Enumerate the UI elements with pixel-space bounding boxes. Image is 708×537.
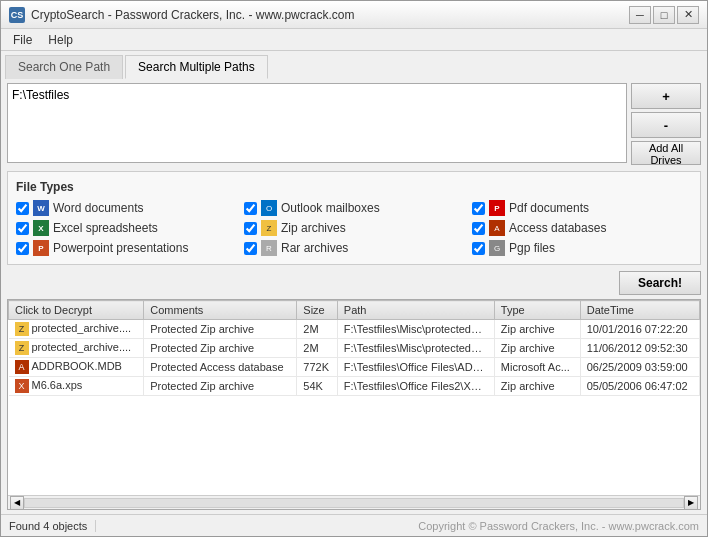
file-type-zip[interactable]: Z Zip archives (244, 220, 464, 236)
add-all-drives-button[interactable]: Add All Drives (631, 141, 701, 165)
scroll-right-button[interactable]: ▶ (684, 496, 698, 510)
file-type-ppt[interactable]: P Powerpoint presentations (16, 240, 236, 256)
cell-path: F:\Testfiles\Office Files\ADDR... (337, 358, 494, 377)
tab-search-multiple-paths[interactable]: Search Multiple Paths (125, 55, 268, 79)
pgp-label: Pgp files (509, 241, 555, 255)
word-label: Word documents (53, 201, 144, 215)
app-window: CS CryptoSearch - Password Crackers, Inc… (0, 0, 708, 537)
tab-search-one-path[interactable]: Search One Path (5, 55, 123, 79)
checkbox-pdf[interactable] (472, 202, 485, 215)
pdf-icon: P (489, 200, 505, 216)
table-scroll[interactable]: Click to Decrypt Comments Size Path Type… (8, 300, 700, 495)
cell-comments: Protected Zip archive (144, 339, 297, 358)
status-right: Copyright © Password Crackers, Inc. - ww… (96, 520, 707, 532)
file-type-outlook[interactable]: O Outlook mailboxes (244, 200, 464, 216)
checkbox-rar[interactable] (244, 242, 257, 255)
excel-label: Excel spreadsheets (53, 221, 158, 235)
file-types-section: File Types W Word documents O Outlook ma… (7, 171, 701, 265)
outlook-label: Outlook mailboxes (281, 201, 380, 215)
cell-comments: Protected Zip archive (144, 377, 297, 396)
cell-datetime: 10/01/2016 07:22:20 (580, 320, 699, 339)
search-button[interactable]: Search! (619, 271, 701, 295)
cell-type: Zip archive (494, 377, 580, 396)
cell-path: F:\Testfiles\Misc\protected_arc... (337, 320, 494, 339)
app-icon: CS (9, 7, 25, 23)
cell-path: F:\Testfiles\Misc\protected_arc... (337, 339, 494, 358)
cell-name: XM6.6a.xps (9, 377, 144, 396)
table-row[interactable]: XM6.6a.xpsProtected Zip archive54KF:\Tes… (9, 377, 700, 396)
file-type-rar[interactable]: R Rar archives (244, 240, 464, 256)
row-file-icon: Z (15, 322, 29, 336)
col-header-comments[interactable]: Comments (144, 301, 297, 320)
maximize-button[interactable]: □ (653, 6, 675, 24)
results-table-container: Click to Decrypt Comments Size Path Type… (7, 299, 701, 510)
cell-size: 772K (297, 358, 338, 377)
cell-size: 54K (297, 377, 338, 396)
window-title: CryptoSearch - Password Crackers, Inc. -… (31, 8, 629, 22)
pdf-label: Pdf documents (509, 201, 589, 215)
add-path-button[interactable]: + (631, 83, 701, 109)
access-icon: A (489, 220, 505, 236)
cell-datetime: 05/05/2006 06:47:02 (580, 377, 699, 396)
cell-size: 2M (297, 339, 338, 358)
search-btn-row: Search! (7, 271, 701, 295)
checkbox-ppt[interactable] (16, 242, 29, 255)
checkbox-zip[interactable] (244, 222, 257, 235)
cell-type: Zip archive (494, 320, 580, 339)
table-row[interactable]: AADDRBOOK.MDBProtected Access database77… (9, 358, 700, 377)
close-button[interactable]: ✕ (677, 6, 699, 24)
outlook-icon: O (261, 200, 277, 216)
access-label: Access databases (509, 221, 606, 235)
menu-file[interactable]: File (5, 31, 40, 49)
row-file-icon: A (15, 360, 29, 374)
window-controls: ─ □ ✕ (629, 6, 699, 24)
checkbox-excel[interactable] (16, 222, 29, 235)
file-types-grid: W Word documents O Outlook mailboxes P P… (16, 200, 692, 256)
file-type-access[interactable]: A Access databases (472, 220, 692, 236)
minimize-button[interactable]: ─ (629, 6, 651, 24)
file-type-word[interactable]: W Word documents (16, 200, 236, 216)
file-types-title: File Types (16, 180, 692, 194)
title-bar: CS CryptoSearch - Password Crackers, Inc… (1, 1, 707, 29)
cell-type: Zip archive (494, 339, 580, 358)
col-header-path[interactable]: Path (337, 301, 494, 320)
checkbox-pgp[interactable] (472, 242, 485, 255)
ppt-icon: P (33, 240, 49, 256)
zip-label: Zip archives (281, 221, 346, 235)
rar-label: Rar archives (281, 241, 348, 255)
main-content: + - Add All Drives File Types W Word doc… (1, 79, 707, 514)
cell-size: 2M (297, 320, 338, 339)
remove-path-button[interactable]: - (631, 112, 701, 138)
checkbox-outlook[interactable] (244, 202, 257, 215)
file-type-pgp[interactable]: G Pgp files (472, 240, 692, 256)
table-row[interactable]: Zprotected_archive....Protected Zip arch… (9, 339, 700, 358)
cell-name: Zprotected_archive.... (9, 339, 144, 358)
ppt-label: Powerpoint presentations (53, 241, 188, 255)
cell-type: Microsoft Ac... (494, 358, 580, 377)
menu-help[interactable]: Help (40, 31, 81, 49)
file-type-pdf[interactable]: P Pdf documents (472, 200, 692, 216)
checkbox-word[interactable] (16, 202, 29, 215)
path-textarea[interactable] (7, 83, 627, 163)
cell-name: AADDRBOOK.MDB (9, 358, 144, 377)
results-table: Click to Decrypt Comments Size Path Type… (8, 300, 700, 396)
file-type-excel[interactable]: X Excel spreadsheets (16, 220, 236, 236)
col-header-type[interactable]: Type (494, 301, 580, 320)
col-header-datetime[interactable]: DateTime (580, 301, 699, 320)
scroll-left-button[interactable]: ◀ (10, 496, 24, 510)
status-left: Found 4 objects (1, 520, 96, 532)
col-header-name[interactable]: Click to Decrypt (9, 301, 144, 320)
checkbox-access[interactable] (472, 222, 485, 235)
table-row[interactable]: Zprotected_archive....Protected Zip arch… (9, 320, 700, 339)
cell-name: Zprotected_archive.... (9, 320, 144, 339)
cell-datetime: 06/25/2009 03:59:00 (580, 358, 699, 377)
row-file-icon: Z (15, 341, 29, 355)
scrollbar-track[interactable] (24, 498, 684, 508)
path-buttons: + - Add All Drives (631, 83, 701, 165)
col-header-size[interactable]: Size (297, 301, 338, 320)
cell-path: F:\Testfiles\Office Files2\XPS\... (337, 377, 494, 396)
cell-comments: Protected Access database (144, 358, 297, 377)
horizontal-scrollbar[interactable]: ◀ ▶ (8, 495, 700, 509)
cell-comments: Protected Zip archive (144, 320, 297, 339)
tabs-container: Search One Path Search Multiple Paths (1, 51, 707, 79)
